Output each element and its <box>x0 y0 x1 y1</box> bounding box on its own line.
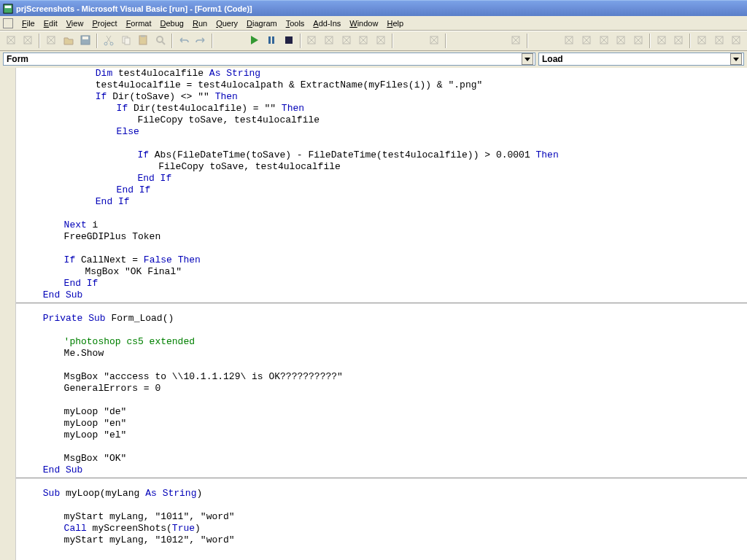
code-line[interactable]: End Sub <box>16 464 747 476</box>
code-line[interactable]: myLoop "de" <box>16 406 747 418</box>
code-editor[interactable]: Dim test4ulocalfile As Stringtest4ulocal… <box>16 68 747 560</box>
add-module-dropdown-button[interactable] <box>3 33 19 49</box>
indent-button[interactable] <box>654 33 670 49</box>
pause-button[interactable] <box>263 33 279 49</box>
procedure-combo[interactable]: Load <box>538 52 744 66</box>
svg-rect-1 <box>5 5 12 8</box>
code-line[interactable]: FileCopy toSave, test4ulocalfile <box>16 114 747 126</box>
menu-run[interactable]: Run <box>188 18 212 29</box>
code-line[interactable]: End If <box>16 173 747 184</box>
code-line[interactable] <box>16 324 747 336</box>
menu-add-ins[interactable]: Add-Ins <box>309 18 345 29</box>
find-button[interactable] <box>152 33 169 49</box>
chevron-down-icon[interactable] <box>730 53 742 65</box>
code-line[interactable]: myLoop "el" <box>16 429 747 441</box>
step-out-button[interactable] <box>630 33 646 49</box>
stop-button[interactable] <box>281 33 297 49</box>
code-line[interactable]: If CallNext = False Then <box>16 254 747 266</box>
menu-view[interactable]: View <box>62 18 88 29</box>
code-line[interactable]: End If <box>16 196 747 208</box>
code-line[interactable]: Private Sub Form_Load() <box>16 313 747 324</box>
run-button[interactable] <box>247 33 263 49</box>
menu-edit[interactable]: Edit <box>39 18 62 29</box>
main-toolbar <box>0 31 747 51</box>
menu-help[interactable]: Help <box>382 18 408 29</box>
menu-debug[interactable]: Debug <box>155 18 187 29</box>
code-line[interactable]: MsgBox "acccess to \\10.1.1.129\ is OK??… <box>16 371 747 383</box>
toolbox-icon <box>375 34 387 47</box>
step-into-button[interactable] <box>596 33 612 49</box>
code-line[interactable]: Else <box>16 126 747 138</box>
indent-icon <box>656 34 667 47</box>
bookmark-button[interactable] <box>711 33 727 49</box>
code-line[interactable]: End If <box>16 278 747 289</box>
comment-button[interactable] <box>578 33 595 49</box>
code-line[interactable]: If Dir(toSave) <> "" Then <box>16 91 747 103</box>
paste-button[interactable] <box>136 33 152 49</box>
code-line[interactable] <box>16 359 747 371</box>
code-line[interactable]: Me.Show <box>16 348 747 359</box>
code-line[interactable]: myLoop "en" <box>16 418 747 429</box>
code-line[interactable] <box>16 441 747 453</box>
properties-button[interactable] <box>321 33 337 49</box>
menu-tools[interactable]: Tools <box>282 18 309 29</box>
run-icon <box>248 34 260 47</box>
code-navigation-bar: Form Load <box>0 51 747 67</box>
code-line[interactable]: Call myScreenShots(True) <box>16 523 747 534</box>
step-over-button[interactable] <box>614 33 630 49</box>
code-line[interactable]: If Abs(FileDateTime(toSave) - FileDateTi… <box>16 149 747 161</box>
code-line[interactable]: test4ulocalfile = test4ulocalpath & Extr… <box>16 79 747 91</box>
code-line[interactable]: FileCopy toSave, test4ulocalfile <box>16 161 747 173</box>
menu-format[interactable]: Format <box>122 18 156 29</box>
code-line[interactable] <box>16 138 747 149</box>
code-line[interactable]: FreeGDIPlus Token <box>16 231 747 243</box>
toggle-breakpoint-button[interactable] <box>562 33 578 49</box>
data-view-button[interactable] <box>426 33 442 49</box>
menu-diagram[interactable]: Diagram <box>242 18 282 29</box>
outdent-button[interactable] <box>671 33 687 49</box>
next-bookmark-button[interactable] <box>729 33 745 49</box>
toolbar-separator <box>392 34 393 48</box>
project-explorer-button[interactable] <box>304 33 320 49</box>
cut-button[interactable] <box>101 33 117 49</box>
form-layout-button[interactable] <box>338 33 355 49</box>
undo-button[interactable] <box>176 33 192 49</box>
code-line[interactable]: End If <box>16 184 747 196</box>
code-line[interactable] <box>16 243 747 254</box>
menu-project[interactable]: Project <box>88 18 121 29</box>
show-grid-button[interactable] <box>508 33 525 49</box>
code-line[interactable] <box>16 394 747 406</box>
code-line[interactable] <box>16 208 747 219</box>
next-bookmark-icon <box>730 34 742 47</box>
code-line[interactable] <box>16 499 747 511</box>
menu-file[interactable]: File <box>18 18 39 29</box>
svg-point-13 <box>157 36 163 42</box>
toolbox-button[interactable] <box>373 33 389 49</box>
add-form-dropdown-button[interactable] <box>20 33 36 49</box>
object-browser-button[interactable] <box>356 33 372 49</box>
open-button[interactable] <box>61 33 77 49</box>
code-line[interactable]: Sub myLoop(myLang As String) <box>16 488 747 499</box>
code-line[interactable]: 'photoshop cs5 extended <box>16 336 747 348</box>
menu-editor-button[interactable] <box>43 33 59 49</box>
hand-button[interactable] <box>694 33 710 49</box>
data-view-icon <box>428 34 440 47</box>
code-line[interactable]: MsgBox "OK" <box>16 453 747 464</box>
code-line[interactable]: myStart myLang, "1011", "word" <box>16 511 747 523</box>
menu-window[interactable]: Window <box>345 18 382 29</box>
code-line[interactable]: MsgBox "OK Final" <box>16 266 747 278</box>
code-line[interactable]: Next i <box>16 219 747 231</box>
menu-query[interactable]: Query <box>212 18 242 29</box>
code-line[interactable]: End Sub <box>16 289 747 301</box>
save-button[interactable] <box>78 33 94 49</box>
code-line[interactable]: myStart myLang, "1012", "word" <box>16 534 747 546</box>
copy-button[interactable] <box>118 33 134 49</box>
redo-button[interactable] <box>193 33 209 49</box>
object-combo[interactable]: Form <box>3 52 535 66</box>
margin-gutter <box>0 68 16 560</box>
code-line[interactable]: Dim test4ulocalfile As String <box>16 68 747 79</box>
mdi-control-icon[interactable] <box>3 18 13 28</box>
code-line[interactable]: GeneralErrors = 0 <box>16 383 747 394</box>
chevron-down-icon[interactable] <box>522 53 533 65</box>
code-line[interactable]: If Dir(test4ulocalfile) = "" Then <box>16 103 747 114</box>
